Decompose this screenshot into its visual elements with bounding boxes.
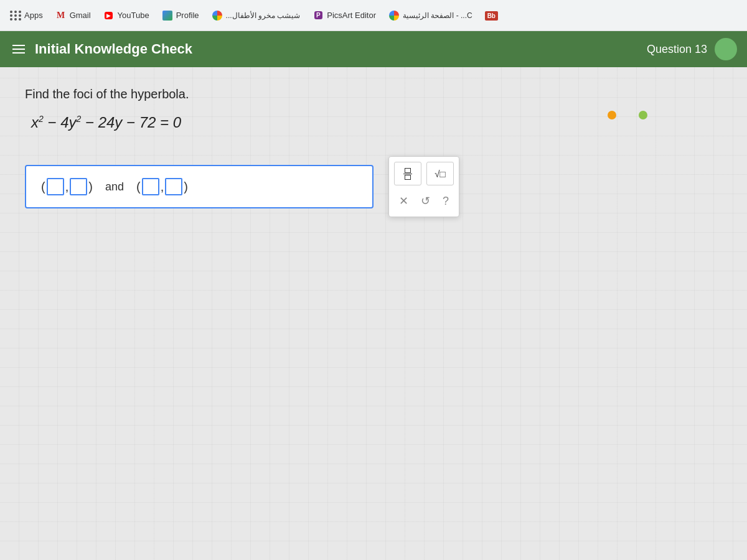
main-content: Find the foci of the hyperbola. x2 − 4y2…	[0, 67, 747, 237]
app-header: Initial Knowledge Check Question 13	[0, 31, 747, 67]
hamburger-line-2	[12, 49, 25, 50]
question-text: Find the foci of the hyperbola.	[25, 87, 722, 101]
x-input-2[interactable]	[142, 178, 159, 195]
and-text: and	[105, 180, 124, 194]
clear-button[interactable]: ✕	[395, 190, 412, 212]
close-paren-1: )	[88, 180, 93, 194]
sqrt-icon: √□	[435, 169, 445, 179]
hamburger-line-1	[12, 45, 25, 46]
second-coordinate: ( , )	[136, 178, 188, 195]
browser-toolbar: Apps M Gmail ▶ YouTube Profile شيشب مخرو…	[0, 0, 747, 31]
undo-button[interactable]: ↺	[417, 190, 434, 212]
profile-icon	[162, 10, 173, 21]
sqrt-button[interactable]: √□	[426, 162, 454, 185]
help-button[interactable]: ?	[439, 191, 453, 212]
youtube-icon: ▶	[103, 10, 115, 21]
gmail-icon: M	[55, 10, 67, 21]
chrome-icon-arabic	[212, 10, 223, 21]
first-coordinate: ( , )	[41, 178, 93, 195]
open-paren-1: (	[41, 180, 45, 194]
chrome-icon	[388, 10, 400, 21]
answer-input-box[interactable]: ( , ) and ( , )	[25, 165, 374, 208]
x-input-1[interactable]	[47, 178, 64, 195]
picsart-label: PicsArt Editor	[327, 11, 376, 20]
equation: x2 − 4y2 − 24y − 72 = 0	[31, 114, 722, 131]
bb-tab[interactable]: Bb	[480, 8, 503, 22]
comma-1: ,	[65, 180, 69, 194]
page-title: Initial Knowledge Check	[35, 41, 647, 57]
math-toolbar-row-1: √□	[394, 162, 454, 185]
youtube-tab[interactable]: ▶ YouTube	[98, 7, 154, 24]
fraction-button[interactable]	[394, 162, 421, 185]
hamburger-button[interactable]	[10, 42, 27, 56]
status-dot-orange	[608, 111, 616, 119]
user-avatar[interactable]	[715, 38, 737, 60]
app-container: Initial Knowledge Check Question 13 Find…	[0, 31, 747, 560]
profile-label: Profile	[176, 11, 199, 20]
gmail-tab[interactable]: M Gmail	[50, 7, 96, 24]
status-dot-green	[639, 111, 647, 119]
picsart-icon: P	[312, 10, 324, 21]
chrome-tab-label: C... - الصفحة الرئيسية	[403, 11, 472, 20]
y-input-2[interactable]	[165, 178, 182, 195]
math-toolbar: √□ ✕ ↺ ?	[388, 156, 459, 217]
y-input-1[interactable]	[70, 178, 87, 195]
chrome-tab[interactable]: C... - الصفحة الرئيسية	[383, 7, 477, 24]
fraction-icon	[403, 168, 412, 180]
arabic-tab[interactable]: شيشب مخرو الأطفال...	[207, 7, 306, 24]
arabic-tab-label: شيشب مخرو الأطفال...	[226, 11, 301, 20]
apps-label: Apps	[24, 11, 43, 20]
math-toolbar-row-2: ✕ ↺ ?	[394, 190, 454, 212]
gmail-label: Gmail	[70, 11, 91, 20]
answer-section: ( , ) and ( , )	[25, 156, 722, 217]
question-number: Question 13	[647, 43, 707, 56]
apps-button[interactable]: Apps	[5, 7, 48, 24]
bb-icon: Bb	[485, 11, 498, 20]
comma-2: ,	[161, 180, 164, 194]
close-paren-2: )	[184, 180, 188, 194]
hamburger-line-3	[12, 52, 25, 54]
apps-icon	[10, 10, 21, 21]
picsart-tab[interactable]: P PicsArt Editor	[308, 7, 381, 24]
youtube-label: YouTube	[118, 11, 149, 20]
profile-tab[interactable]: Profile	[157, 7, 204, 24]
open-paren-2: (	[136, 180, 141, 194]
